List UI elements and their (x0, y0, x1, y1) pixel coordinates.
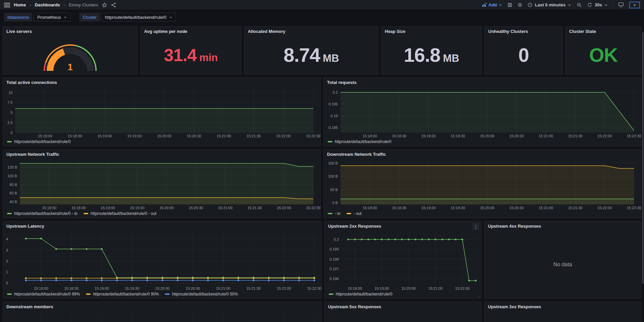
svg-text:0.2: 0.2 (333, 90, 338, 94)
legend-item[interactable]: httproute/default/backend/rule/0 (328, 139, 392, 144)
kiosk-toggle-button[interactable] (629, 2, 640, 8)
zoom-out-icon[interactable] (577, 2, 582, 8)
svg-text:80 B: 80 B (9, 183, 17, 187)
svg-text:15:18:30: 15:18:30 (392, 206, 406, 210)
chart-plot[interactable] (325, 311, 481, 322)
svg-text:15:20:30: 15:20:30 (509, 134, 524, 138)
tv-mode-icon[interactable] (618, 2, 624, 7)
panel-title[interactable]: Allocated Memory (244, 27, 378, 36)
chart-plot[interactable]: 15:18:0015:19:0015:20:0015:21:0015:22:00… (325, 230, 481, 291)
panel-resize-handle[interactable] (478, 295, 480, 298)
panel-title[interactable]: Upstream Latency (3, 221, 321, 230)
chart-plot[interactable] (485, 311, 641, 322)
panel-upstream-3xx-responses: Upstream 3xx Responses (484, 302, 641, 322)
save-dashboard-icon[interactable] (507, 2, 512, 7)
svg-text:15:20:00: 15:20:00 (159, 206, 174, 210)
panel-menu-kebab-icon[interactable]: ⋮ (472, 223, 479, 230)
breadcrumb-home[interactable]: Home (14, 2, 26, 7)
chart-plot[interactable]: 15:18:0015:18:3015:19:0015:19:3015:20:00… (3, 87, 320, 139)
chart-plot[interactable]: 15:18:0015:18:3015:19:0015:19:3015:20:00… (324, 87, 641, 139)
svg-text:15:21:00: 15:21:00 (217, 134, 231, 138)
svg-text:0.198: 0.198 (329, 257, 339, 261)
svg-text:150 B: 150 B (328, 161, 338, 165)
variable-value-dropdown[interactable]: httproute/default/backend/rule/0 (101, 13, 176, 21)
refresh-interval-dropdown[interactable]: 30s (595, 2, 602, 7)
svg-text:15:18:30: 15:18:30 (392, 134, 406, 138)
chevron-down-icon (604, 3, 608, 7)
vertical-scrollbar-thumb[interactable] (642, 32, 644, 284)
stat-panel-live-servers: Live servers 1 (3, 26, 138, 75)
panel-title[interactable]: Upstream Network Traffic (3, 149, 320, 158)
panel-title[interactable]: Heap Size (381, 27, 481, 36)
charts-row-1: Total active connections 15:18:0015:18:3… (3, 77, 641, 146)
legend-item[interactable]: httproute/default/backend/rule/0 (329, 292, 393, 296)
panel-total-active-connections: Total active connections 15:18:0015:18:3… (3, 77, 321, 146)
svg-text:15:19:00: 15:19:00 (97, 134, 112, 138)
menu-toggle-icon[interactable] (4, 3, 10, 7)
breadcrumb-dashboards[interactable]: Dashboards (35, 2, 60, 7)
svg-text:2: 2 (6, 259, 8, 263)
share-icon[interactable] (111, 2, 116, 8)
legend-item[interactable]: httproute/default/backend/rule/0 - in (7, 211, 78, 216)
svg-text:15:22:30: 15:22:30 (627, 134, 641, 138)
time-range-picker[interactable]: Last 5 minutes (527, 2, 571, 7)
panel-upstream-network-traffic: Upstream Network Traffic 15:18:0015:18:3… (3, 149, 321, 218)
panel-upstream-5xx-responses: Upstream 5xx Responses (324, 302, 481, 322)
svg-text:15:21:00: 15:21:00 (428, 286, 443, 290)
panel-upstream-latency: Upstream Latency 15:18:0015:18:3015:19:0… (3, 221, 322, 299)
panel-title[interactable]: Unhealthy Clusters (485, 27, 562, 36)
legend-item[interactable]: httproute/default/backend/rule/0 99% (7, 292, 80, 296)
svg-text:7.5: 7.5 (7, 100, 12, 104)
panel-title[interactable]: Upstream 2xx Responses (325, 221, 481, 230)
svg-text:15:18:00: 15:18:00 (363, 206, 377, 210)
svg-text:3: 3 (6, 248, 8, 252)
svg-text:5: 5 (10, 110, 12, 114)
stat-value: 8.74 (283, 45, 320, 65)
stats-row: Live servers 1 Avg uptime per node 31.4 … (3, 26, 641, 75)
panel-upstream-2xx-responses: Upstream 2xx Responses ⋮ 15:18:0015:19:0… (324, 221, 481, 299)
panel-total-requests: Total requests 15:18:0015:18:3015:19:001… (323, 77, 641, 146)
stat-panel-heap-size: Heap Size 16.8 MB (381, 26, 482, 75)
chart-plot[interactable]: 15:18:0015:18:3015:19:0015:19:3015:20:00… (3, 311, 321, 322)
legend-item[interactable]: httproute/default/backend/rule/0 (7, 139, 71, 144)
legend-item[interactable]: - out (347, 211, 362, 216)
legend-item[interactable]: httproute/default/backend/rule/0 - out (84, 211, 156, 216)
dashboard-settings-gear-icon[interactable]: ⚙ (518, 2, 522, 7)
legend-item[interactable]: - in (328, 211, 340, 216)
chart-plot[interactable]: 15:18:0015:18:3015:19:0015:19:3015:20:00… (3, 158, 320, 211)
variable-value-dropdown[interactable]: Prometheus (34, 13, 71, 21)
svg-text:15:18:00: 15:18:00 (348, 286, 362, 290)
svg-text:15:20:30: 15:20:30 (509, 206, 524, 210)
panel-title[interactable]: Total active connections (3, 78, 320, 87)
variable-label: datasource (4, 13, 32, 21)
svg-text:15:20:00: 15:20:00 (157, 134, 172, 138)
panel-title[interactable]: Total requests (324, 78, 641, 87)
chart-legend: httproute/default/backend/rule/0 (325, 291, 481, 298)
breadcrumb-separator: › (30, 2, 31, 7)
stat-panel-unhealthy-clusters: Unhealthy Clusters 0 (485, 26, 563, 75)
panel-title[interactable]: Avg uptime per node (141, 27, 241, 36)
panel-title[interactable]: Upstream 3xx Responses (485, 302, 641, 311)
chevron-down-icon (568, 3, 571, 7)
svg-text:15:20:30: 15:20:30 (187, 134, 201, 138)
panel-title[interactable]: Downstream Network Traffic (324, 149, 641, 158)
refresh-icon[interactable] (587, 2, 592, 7)
chart-legend: - in- out (324, 211, 641, 218)
svg-text:15:21:30: 15:21:30 (246, 134, 261, 138)
stat-unit: min (199, 52, 218, 64)
svg-text:15:22:30: 15:22:30 (627, 206, 641, 210)
panel-title[interactable]: Upstream 5xx Responses (325, 302, 481, 311)
panel-title[interactable]: Upstream 4xx Responses (485, 221, 641, 230)
panel-title[interactable]: Live servers (3, 27, 137, 34)
charts-row-2: Upstream Network Traffic 15:18:0015:18:3… (3, 149, 641, 218)
panel-title[interactable]: Cluster State (566, 27, 641, 36)
stat-unit: MB (443, 52, 459, 64)
chart-plot[interactable]: 15:18:0015:18:3015:19:0015:19:3015:20:00… (324, 158, 641, 211)
legend-item[interactable]: httproute/default/backend/rule/0 50% (165, 292, 238, 296)
chart-plot[interactable]: 15:18:0015:18:3015:19:0015:19:3015:20:00… (3, 230, 321, 291)
favorite-star-icon[interactable] (102, 2, 107, 8)
add-button[interactable]: Add (482, 2, 502, 7)
svg-text:15:18:00: 15:18:00 (34, 286, 48, 290)
panel-title[interactable]: Downstream members (3, 302, 321, 311)
legend-item[interactable]: httproute/default/backend/rule/0 90% (86, 292, 159, 296)
